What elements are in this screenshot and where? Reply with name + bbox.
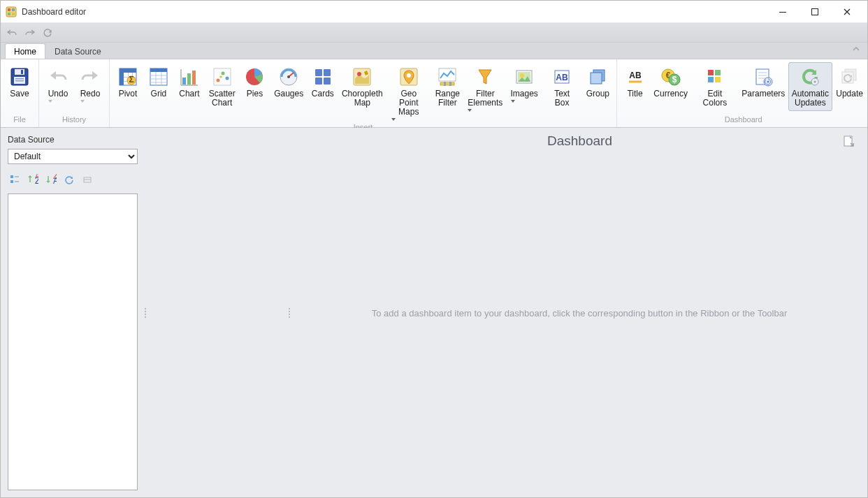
svg-rect-5 <box>779 12 786 13</box>
redo-icon <box>79 66 101 88</box>
chevron-down-icon <box>511 100 515 103</box>
svg-rect-6 <box>812 8 818 15</box>
title-bar: Dashboard editor <box>1 1 867 23</box>
svg-rect-82 <box>10 175 13 178</box>
field-list[interactable] <box>8 193 138 490</box>
sort-asc-icon[interactable]: AZ <box>26 173 40 186</box>
redo-button[interactable]: Redo <box>74 62 106 111</box>
gauges-button[interactable]: Gauges <box>270 62 307 111</box>
svg-rect-29 <box>182 78 186 85</box>
app-window: Dashboard editor Home Data Source Save <box>0 0 868 498</box>
svg-rect-69 <box>715 70 721 75</box>
text-box-button[interactable]: AB Text Box <box>542 62 582 111</box>
svg-rect-2 <box>12 8 15 11</box>
save-button[interactable]: Save <box>3 62 36 111</box>
parameters-button[interactable]: Parameters <box>739 62 788 111</box>
svg-rect-51 <box>439 68 456 81</box>
svg-rect-71 <box>715 77 721 82</box>
svg-rect-11 <box>15 78 24 80</box>
chevron-down-icon <box>80 100 85 103</box>
auto-updates-icon <box>799 66 821 88</box>
chart-button[interactable]: Chart <box>174 62 205 111</box>
group-label-dashboard: Dashboard <box>617 115 868 127</box>
tab-home[interactable]: Home <box>5 43 45 59</box>
range-filter-button[interactable]: Range Filter <box>431 62 464 111</box>
svg-point-36 <box>221 72 224 75</box>
data-source-label: Data Source <box>8 135 138 145</box>
qat-refresh-icon[interactable] <box>43 28 52 38</box>
parameters-icon <box>752 66 774 88</box>
field-list-toolbar: AZ ZA <box>8 173 138 186</box>
scatter-chart-button[interactable]: Scatter Chart <box>205 62 240 111</box>
sort-desc-icon[interactable]: ZA <box>44 173 58 186</box>
data-source-panel: Data Source Default AZ ZA <box>1 128 143 497</box>
cards-icon <box>312 66 334 88</box>
group-fields-icon[interactable] <box>8 173 22 186</box>
refresh-fields-icon[interactable] <box>62 173 76 186</box>
edit-fields-icon[interactable] <box>80 173 94 186</box>
tab-data-source[interactable]: Data Source <box>45 43 110 59</box>
chevron-down-icon <box>468 109 472 112</box>
svg-point-79 <box>814 81 816 83</box>
svg-text:Σ: Σ <box>129 75 133 85</box>
data-source-select[interactable]: Default <box>8 149 138 164</box>
title-button[interactable]: AB Title <box>620 62 650 111</box>
undo-button[interactable]: Undo <box>42 62 74 111</box>
minimize-button[interactable] <box>767 1 799 23</box>
pivot-button[interactable]: Σ Pivot <box>113 62 143 111</box>
cards-button[interactable]: Cards <box>308 62 338 111</box>
app-icon <box>5 6 17 18</box>
empty-dashboard-hint: To add a dashboard item to your dashboar… <box>291 307 867 318</box>
pivot-icon: Σ <box>117 66 139 88</box>
images-button[interactable]: Images <box>507 62 542 111</box>
svg-text:AB: AB <box>556 73 568 82</box>
automatic-updates-button[interactable]: Automatic Updates <box>788 62 832 111</box>
edit-colors-button[interactable]: Edit Colors <box>691 62 739 111</box>
qat-redo-icon[interactable] <box>24 28 36 38</box>
range-filter-icon <box>436 66 458 88</box>
svg-text:A: A <box>53 176 57 185</box>
ribbon-tabs: Home Data Source <box>1 43 867 59</box>
save-icon <box>8 66 31 88</box>
svg-rect-45 <box>315 78 322 85</box>
dashboard-canvas: Dashboard To add a dashboard item to you… <box>291 128 867 497</box>
update-button[interactable]: Update <box>832 62 867 111</box>
svg-rect-52 <box>440 82 454 85</box>
ribbon-collapse-icon[interactable] <box>852 45 860 53</box>
colors-icon <box>704 66 726 88</box>
svg-rect-15 <box>120 68 124 85</box>
qat-undo-icon[interactable] <box>6 28 17 38</box>
choropleth-map-button[interactable]: Choropleth Map <box>338 62 386 111</box>
ribbon-group-dashboard: AB Title €$ Currency Edit Colors Paramet… <box>617 59 868 127</box>
svg-rect-31 <box>192 71 196 85</box>
pie-icon <box>243 66 266 88</box>
filter-icon <box>474 66 496 88</box>
svg-rect-1 <box>8 8 10 11</box>
group-label-file: File <box>1 115 38 127</box>
svg-point-57 <box>520 73 524 78</box>
svg-rect-3 <box>8 13 10 15</box>
svg-rect-44 <box>324 69 331 76</box>
maximize-button[interactable] <box>799 1 831 23</box>
update-icon <box>839 66 861 88</box>
body: Data Source Default AZ ZA Dashboard To a… <box>1 128 867 497</box>
quick-access-toolbar <box>1 23 867 43</box>
grid-button[interactable]: Grid <box>143 62 174 111</box>
scatter-icon <box>211 66 233 88</box>
svg-point-50 <box>407 73 411 78</box>
svg-text:$: $ <box>672 75 677 85</box>
pies-button[interactable]: Pies <box>240 62 270 111</box>
svg-rect-23 <box>150 68 167 72</box>
svg-rect-12 <box>15 80 24 82</box>
geo-point-maps-button[interactable]: Geo Point Maps <box>386 62 431 123</box>
export-icon[interactable] <box>842 135 855 147</box>
ribbon-group-file: Save File <box>1 59 39 127</box>
currency-button[interactable]: €$ Currency <box>650 62 691 111</box>
group-button[interactable]: Group <box>582 62 614 111</box>
svg-rect-4 <box>12 13 15 15</box>
close-button[interactable] <box>831 1 863 23</box>
filter-elements-button[interactable]: Filter Elements <box>464 62 507 114</box>
gauge-icon <box>277 66 300 88</box>
ribbon-group-history: Undo Redo History <box>39 59 110 127</box>
svg-rect-53 <box>444 82 446 86</box>
